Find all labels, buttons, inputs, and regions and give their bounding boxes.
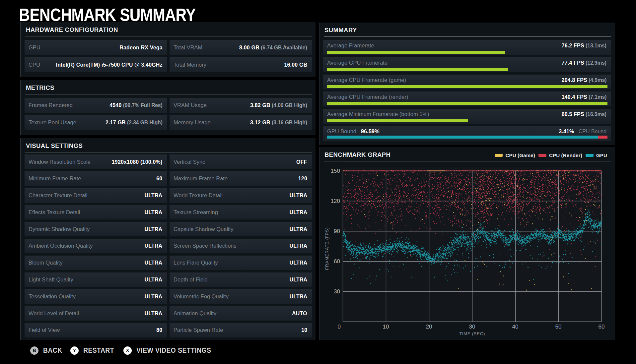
svg-text:50: 50 xyxy=(555,324,562,330)
svg-text:60: 60 xyxy=(599,324,605,330)
svg-text:20: 20 xyxy=(426,324,432,330)
svg-text:10: 10 xyxy=(383,324,389,330)
svg-text:60: 60 xyxy=(334,258,340,265)
svg-text:30: 30 xyxy=(469,324,475,330)
svg-text:40: 40 xyxy=(512,324,519,330)
svg-text:0: 0 xyxy=(338,324,341,330)
svg-text:TIME (SEC): TIME (SEC) xyxy=(459,331,485,336)
svg-text:30: 30 xyxy=(334,288,340,295)
svg-text:120: 120 xyxy=(331,198,340,204)
svg-text:90: 90 xyxy=(334,228,340,234)
svg-text:150: 150 xyxy=(331,168,340,174)
svg-text:FRAMERATE (FPS): FRAMERATE (FPS) xyxy=(324,227,329,270)
